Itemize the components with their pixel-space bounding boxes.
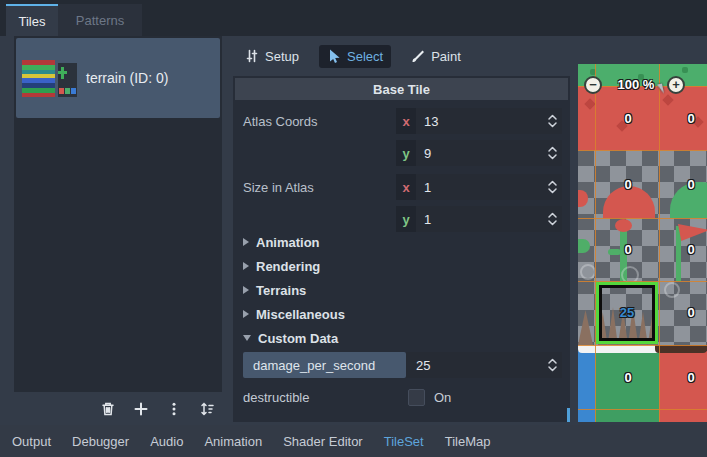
tile-value: 0 — [624, 111, 631, 126]
destructible-label: destructible — [243, 390, 396, 405]
section-miscellaneous-label: Miscellaneous — [256, 307, 345, 322]
inspector-scrollbar[interactable] — [567, 408, 570, 422]
atlas-coords-y-value: 9 — [424, 146, 431, 161]
atlas-wave-white — [578, 345, 660, 353]
size-in-atlas-x-value: 1 — [424, 180, 431, 195]
size-in-atlas-label: Size in Atlas — [243, 180, 396, 195]
size-in-atlas-x-spinner[interactable] — [544, 174, 560, 200]
tile-atlas-view[interactable]: 0 0 0 0 0 0 25 0 0 0 − 100 % + — [578, 64, 707, 422]
damage-per-second-field[interactable]: 25 — [406, 352, 562, 378]
axis-x-chip: x — [396, 108, 416, 134]
add-source-button[interactable] — [132, 400, 150, 418]
atlas-coords-y-editor: y 9 — [396, 140, 562, 166]
atlas-wave-brown — [655, 345, 707, 353]
atlas-coords-x-row: Atlas Coords x 13 — [243, 108, 562, 134]
section-rendering-label: Rendering — [256, 259, 320, 274]
atlas-coords-y-spinner[interactable] — [544, 140, 560, 166]
size-in-atlas-y-field[interactable]: 1 — [416, 206, 562, 232]
kebab-menu-icon — [166, 401, 182, 417]
size-in-atlas-y-value: 1 — [424, 212, 431, 227]
tile-mode-toolbar: Setup Select Paint — [237, 42, 469, 70]
paint-brush-icon — [411, 49, 425, 63]
axis-y-chip: y — [396, 206, 416, 232]
tileset-thumbnail-sheet1 — [22, 60, 55, 97]
section-terrains[interactable]: Terrains — [237, 278, 566, 302]
damage-per-second-spinner[interactable] — [544, 352, 560, 378]
tile-value: 0 — [687, 305, 694, 320]
size-in-atlas-x-field[interactable]: 1 — [416, 174, 562, 200]
tile-sources-toolbar — [14, 392, 222, 425]
bottom-tab-tilemap[interactable]: TileMap — [445, 434, 491, 449]
destructible-checkbox[interactable] — [408, 389, 425, 406]
bottom-tab-output[interactable]: Output — [12, 434, 51, 449]
setup-sliders-icon — [245, 49, 259, 63]
section-rendering[interactable]: Rendering — [237, 254, 566, 278]
atlas-coords-x-value: 13 — [424, 114, 438, 129]
bottom-tab-animation[interactable]: Animation — [204, 434, 262, 449]
atlas-water-tile — [578, 351, 595, 422]
tile-value: 0 — [687, 111, 694, 126]
size-in-atlas-x-row: Size in Atlas x 1 — [243, 174, 562, 200]
base-tile-header: Base Tile — [235, 78, 568, 100]
delete-source-button[interactable] — [99, 400, 117, 418]
chevron-right-icon — [243, 262, 249, 270]
select-mode-button[interactable]: Select — [319, 45, 391, 68]
spinner-icon — [547, 211, 558, 227]
trash-icon — [100, 401, 116, 417]
section-animation[interactable]: Animation — [237, 230, 566, 254]
bottom-tab-shader-editor[interactable]: Shader Editor — [283, 434, 363, 449]
tile-source-item-terrain[interactable]: terrain (ID: 0) — [16, 38, 220, 118]
atlas-coords-y-field[interactable]: 9 — [416, 140, 562, 166]
tile-source-label: terrain (ID: 0) — [86, 70, 168, 86]
tile-value: 0 — [624, 370, 631, 385]
atlas-plant-flower — [615, 219, 632, 232]
bottom-tab-debugger[interactable]: Debugger — [72, 434, 129, 449]
atlas-coords-y-row: y 9 — [243, 140, 562, 166]
spinner-icon — [547, 179, 558, 195]
atlas-red-tile — [659, 351, 707, 422]
damage-per-second-value: 25 — [416, 358, 430, 373]
paint-mode-button[interactable]: Paint — [403, 45, 469, 68]
chevron-right-icon — [243, 310, 249, 318]
tileset-thumbnail — [22, 60, 77, 97]
sort-icon — [199, 401, 215, 417]
section-animation-label: Animation — [256, 235, 320, 250]
minus-icon: − — [589, 77, 597, 92]
tileset-tab-strip: Tiles Patterns — [0, 0, 707, 36]
bottom-tab-audio[interactable]: Audio — [150, 434, 183, 449]
damage-per-second-label[interactable]: damage_per_second — [243, 352, 406, 378]
size-in-atlas-x-editor: x 1 — [396, 174, 562, 200]
zoom-out-button[interactable]: − — [584, 76, 602, 94]
tileset-thumbnail-sheet2 — [58, 63, 77, 97]
tab-patterns-label: Patterns — [76, 13, 124, 28]
setup-mode-button[interactable]: Setup — [237, 45, 307, 68]
spinner-icon — [547, 357, 558, 373]
source-menu-button[interactable] — [165, 400, 183, 418]
setup-mode-label: Setup — [265, 49, 299, 64]
atlas-coords-x-spinner[interactable] — [544, 108, 560, 134]
select-mode-label: Select — [347, 49, 383, 64]
destructible-row: destructible On — [243, 384, 562, 410]
axis-y-chip: y — [396, 140, 416, 166]
destructible-on-label: On — [434, 390, 451, 405]
section-miscellaneous[interactable]: Miscellaneous — [237, 302, 566, 326]
section-custom-data-label: Custom Data — [258, 331, 338, 346]
select-cursor-icon — [327, 49, 341, 63]
godot-tileset-editor: Tiles Patterns terrain (ID: 0) — [0, 0, 707, 457]
sort-sources-button[interactable] — [198, 400, 216, 418]
tile-value: 0 — [687, 370, 694, 385]
tab-tiles[interactable]: Tiles — [6, 4, 58, 36]
bottom-tab-tileset[interactable]: TileSet — [384, 434, 424, 449]
plus-icon — [133, 401, 149, 417]
zoom-in-button[interactable]: + — [667, 76, 685, 94]
section-custom-data[interactable]: Custom Data — [237, 326, 566, 350]
paint-mode-label: Paint — [431, 49, 461, 64]
base-tile-header-label: Base Tile — [373, 82, 430, 97]
selected-tile-outline[interactable] — [596, 282, 658, 344]
size-in-atlas-y-spinner[interactable] — [544, 206, 560, 232]
tile-sources-list: terrain (ID: 0) — [14, 36, 222, 392]
tab-patterns[interactable]: Patterns — [58, 4, 142, 36]
spinner-icon — [547, 113, 558, 129]
atlas-coords-x-field[interactable]: 13 — [416, 108, 562, 134]
tile-value: 0 — [624, 242, 631, 257]
